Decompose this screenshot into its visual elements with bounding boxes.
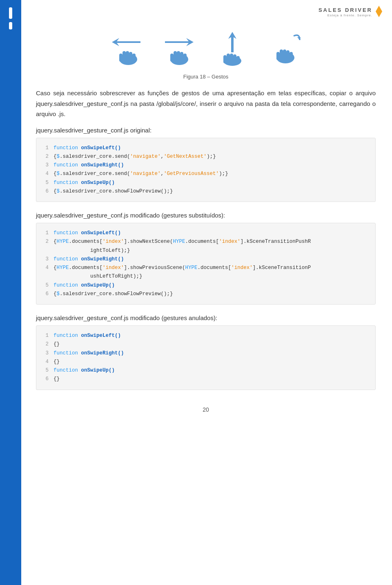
- intro-text: Caso seja necessário sobrescrever as fun…: [36, 88, 376, 119]
- svg-rect-18: [230, 54, 233, 63]
- code-line: 4 {HYPE.documents['index'].showPreviousS…: [43, 264, 369, 281]
- svg-rect-4: [126, 51, 129, 60]
- code-line: 2 {}: [43, 340, 369, 349]
- svg-rect-10: [174, 51, 177, 60]
- svg-rect-13: [183, 54, 187, 60]
- brand-name: SALES DRIVER: [318, 7, 372, 13]
- gesture-swipe-right: [159, 29, 200, 69]
- code-line: 3 function onSwipeRight(): [43, 255, 369, 264]
- code-line: 5 function onSwipeUp(): [43, 366, 369, 375]
- svg-rect-2: [119, 54, 122, 62]
- gesture-swipe-left: [106, 29, 147, 69]
- sidebar-bar-2: [9, 22, 12, 29]
- svg-rect-6: [132, 54, 136, 60]
- gesture-images-container: [36, 29, 376, 69]
- svg-rect-5: [129, 52, 132, 60]
- code-line: 1 function onSwipeLeft(): [43, 229, 369, 238]
- code-block-modified-substituted: 1 function onSwipeLeft() 2 {HYPE.documen…: [36, 223, 376, 305]
- code-line: 2 {HYPE.documents['index'].showNextScene…: [43, 238, 369, 255]
- code-line: 5 function onSwipeUp(): [43, 179, 369, 187]
- svg-rect-3: [122, 51, 126, 60]
- svg-rect-23: [276, 52, 280, 60]
- sidebar: [0, 0, 21, 585]
- svg-rect-20: [236, 56, 240, 63]
- code-line: 2 {$.salesdriver_core.send('navigate','G…: [43, 152, 369, 161]
- svg-rect-9: [170, 54, 174, 62]
- page-number: 20: [36, 406, 376, 421]
- svg-rect-12: [180, 52, 183, 60]
- section-3-label: jquery.salesdriver_gesture_conf.js modif…: [36, 314, 376, 321]
- gesture-swipe-up: [212, 29, 253, 69]
- svg-rect-11: [177, 51, 180, 60]
- svg-rect-27: [290, 52, 293, 58]
- code-line: 6 {$.salesdriver_core.showFlowPreview();…: [43, 290, 369, 298]
- sidebar-logo: [0, 0, 21, 29]
- svg-rect-19: [233, 54, 236, 63]
- svg-rect-17: [227, 54, 230, 63]
- code-line: 4 {$.salesdriver_core.send('navigate','G…: [43, 170, 369, 178]
- code-block-original: 1 function onSwipeLeft() 2 {$.salesdrive…: [36, 138, 376, 202]
- svg-rect-24: [280, 49, 283, 58]
- sidebar-bar-1: [9, 7, 12, 19]
- section-1-label: jquery.salesdriver_gesture_conf.js origi…: [36, 127, 376, 134]
- svg-rect-16: [223, 55, 227, 63]
- code-line: 3 function onSwipeRight(): [43, 349, 369, 358]
- code-line: 1 function onSwipeLeft(): [43, 144, 369, 152]
- brand-diamond-icon: [376, 6, 382, 17]
- svg-marker-0: [112, 38, 140, 46]
- code-line: 4 {}: [43, 358, 369, 366]
- svg-marker-14: [228, 32, 236, 52]
- svg-marker-7: [165, 38, 194, 46]
- code-line: 6 {$.salesdriver_core.showFlowPreview();…: [43, 187, 369, 196]
- svg-rect-26: [286, 50, 290, 58]
- code-line: 1 function onSwipeLeft(): [43, 332, 369, 340]
- main-content: Figura 18 – Gestos Caso seja necessário …: [28, 0, 392, 437]
- code-line: 3 function onSwipeRight(): [43, 161, 369, 170]
- code-block-modified-nulled: 1 function onSwipeLeft() 2 {} 3 function…: [36, 325, 376, 390]
- brand-tagline: Esteja à frente. Sempre.: [318, 13, 372, 17]
- figure-caption: Figura 18 – Gestos: [36, 74, 376, 80]
- gesture-rotate: [265, 29, 306, 69]
- code-line: 5 function onSwipeUp(): [43, 281, 369, 290]
- section-2-label: jquery.salesdriver_gesture_conf.js modif…: [36, 212, 376, 219]
- code-line: 6 {}: [43, 375, 369, 383]
- svg-rect-25: [283, 49, 286, 58]
- brand-header: SALES DRIVER Esteja à frente. Sempre.: [318, 6, 382, 17]
